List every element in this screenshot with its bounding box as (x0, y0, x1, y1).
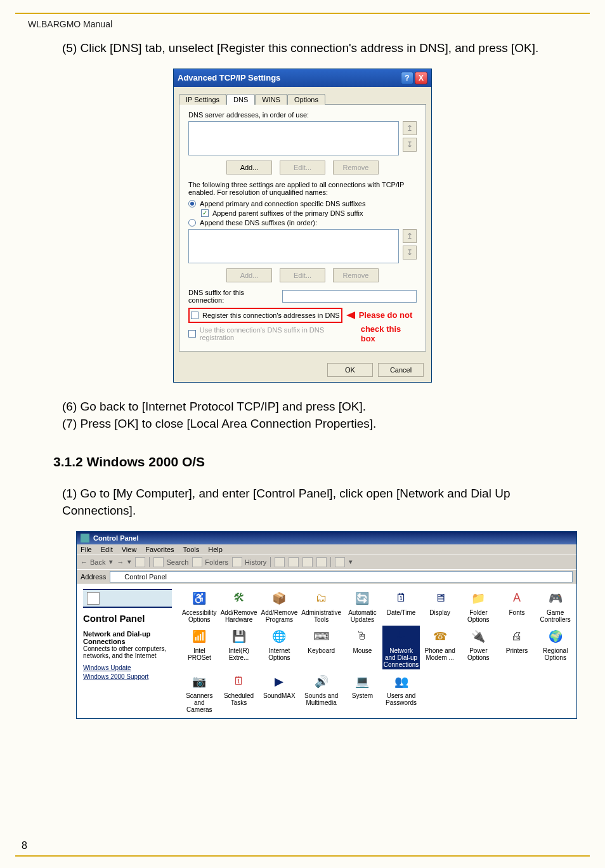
link-windows-update[interactable]: Windows Update (83, 664, 172, 671)
cp-item[interactable]: AFonts (498, 588, 536, 617)
remove-button[interactable]: Remove (333, 161, 379, 174)
cp-item-icon: ♿ (190, 589, 209, 608)
three-settings-label: The following three settings are applied… (188, 181, 417, 196)
cp-item-icon: 🔌 (469, 627, 488, 646)
cp-item[interactable]: ♿Accessibility Options (181, 588, 218, 624)
copyto-icon[interactable] (289, 557, 299, 567)
dns-suffixes-listbox[interactable] (188, 229, 399, 263)
cp-item[interactable]: 🗓Date/Time (382, 588, 420, 617)
cp-item-icon: A (507, 589, 526, 608)
menu-help[interactable]: Help (208, 546, 223, 553)
control-panel-icon (81, 534, 89, 542)
tab-dns[interactable]: DNS (226, 94, 255, 105)
move-down-icon[interactable]: ↧ (403, 138, 417, 152)
history-button[interactable]: History (232, 557, 266, 567)
menu-view[interactable]: View (122, 546, 137, 553)
cp-item[interactable]: 🎮Game Controllers (537, 588, 574, 624)
cp-item[interactable]: 🗓Scheduled Tasks (219, 671, 259, 707)
cp-item[interactable]: 💻System (344, 671, 381, 700)
check-register-dns[interactable]: Register this connection's addresses in … (191, 312, 340, 319)
menu-tools[interactable]: Tools (183, 546, 200, 553)
step-6: (6) Go back to [Internet Protocol TCP/IP… (62, 398, 567, 416)
cp-item-icon: 📶 (190, 627, 209, 646)
move-up-icon[interactable]: ↥ (403, 229, 417, 243)
cp-item-label: Add/Remove Hardware (221, 609, 257, 623)
moveto-icon[interactable] (275, 557, 285, 567)
search-button[interactable]: Search (153, 557, 188, 567)
up-icon[interactable] (135, 557, 145, 567)
delete-icon[interactable] (302, 557, 313, 567)
check-append-parent[interactable]: Append parent suffixes of the primary DN… (201, 209, 417, 217)
cp-item-label: Scanners and Cameras (182, 692, 217, 713)
cp-item[interactable]: 🖧Network and Dial-up Connections (382, 626, 420, 669)
cp-addressbar: Address Control Panel (77, 569, 576, 584)
tab-options[interactable]: Options (287, 94, 325, 105)
cp-item[interactable]: ☎Phone and Modem ... (421, 626, 459, 662)
edit-button[interactable]: Edit... (280, 161, 325, 174)
back-button[interactable]: ← Back (81, 558, 105, 566)
views-icon[interactable] (335, 557, 345, 567)
cp-item-label: Add/Remove Programs (261, 609, 297, 623)
address-field[interactable]: Control Panel (110, 571, 573, 582)
radio-append-these-label: Append these DNS suffixes (in order): (200, 219, 317, 227)
radio-append-these[interactable]: Append these DNS suffixes (in order): (188, 219, 417, 227)
history-icon (232, 557, 242, 567)
edit-button-2[interactable]: Edit... (280, 268, 325, 282)
close-icon[interactable]: X (415, 72, 427, 84)
cp-item-icon: 🔄 (353, 589, 372, 608)
cp-item[interactable]: 📦Add/Remove Programs (259, 588, 299, 624)
cp-item[interactable]: 📷Scanners and Cameras (181, 671, 218, 714)
cp-item[interactable]: 🖱Mouse (344, 626, 381, 655)
add-button-2[interactable]: Add... (226, 268, 272, 282)
step-1: (1) Go to [My Computer], and enter [Cont… (62, 485, 567, 520)
cp-item[interactable]: 💾Intel(R) Extre... (219, 626, 259, 662)
cp-item-label: Scheduled Tasks (221, 692, 257, 706)
cp-item[interactable]: 🔄Automatic Updates (344, 588, 381, 624)
cp-item[interactable]: 🔊Sounds and Multimedia (300, 671, 342, 707)
cp-item[interactable]: 🖨Printers (498, 626, 536, 655)
address-value: Control Panel (124, 573, 167, 581)
help-icon[interactable]: ? (401, 72, 413, 84)
remove-button-2[interactable]: Remove (333, 268, 379, 282)
dns-servers-listbox[interactable] (188, 121, 399, 155)
cp-item-icon: 📷 (190, 672, 209, 691)
cp-item[interactable]: 🗂Administrative Tools (300, 588, 342, 624)
cp-item-label: Folder Options (461, 609, 496, 623)
cancel-button[interactable]: Cancel (378, 363, 424, 377)
menu-edit[interactable]: Edit (101, 546, 113, 553)
ok-button[interactable]: OK (327, 363, 373, 377)
cp-item[interactable]: 🌐Internet Options (259, 626, 299, 662)
back-label: Back (90, 558, 105, 566)
check-use-suffix[interactable]: Use this connection's DNS suffix in DNS … (188, 326, 357, 341)
cp-item-icon: 🔊 (312, 672, 331, 691)
dns-suffix-input[interactable] (282, 290, 417, 303)
menu-file[interactable]: File (81, 546, 92, 553)
cp-item[interactable]: 👥Users and Passwords (382, 671, 420, 707)
folders-icon (192, 557, 202, 567)
cp-item[interactable]: 📁Folder Options (460, 588, 497, 624)
cp-item[interactable]: ▶SoundMAX (259, 671, 299, 700)
cp-item-label: Game Controllers (538, 609, 573, 623)
callout-text-2: check this box (361, 324, 417, 343)
cp-menubar: File Edit View Favorites Tools Help (77, 544, 576, 555)
menu-favorites[interactable]: Favorites (145, 546, 174, 553)
tab-ip-settings[interactable]: IP Settings (179, 94, 226, 105)
tab-wins[interactable]: WINS (255, 94, 287, 105)
add-button[interactable]: Add... (226, 161, 272, 174)
move-up-icon[interactable]: ↥ (403, 121, 417, 135)
cp-item[interactable]: 📶Intel PROSet (181, 626, 218, 662)
undo-icon[interactable] (316, 557, 327, 567)
cp-item-label: Date/Time (387, 609, 416, 616)
register-checkbox-highlight: Register this connection's addresses in … (188, 308, 342, 323)
cp-item[interactable]: 🖥Display (421, 588, 459, 617)
cp-item-icon: 💾 (230, 627, 249, 646)
cp-item[interactable]: ⌨Keyboard (300, 626, 342, 655)
left-arrow-icon (346, 312, 355, 319)
folders-button[interactable]: Folders (192, 557, 228, 567)
radio-append-primary[interactable]: Append primary and connection specific D… (188, 200, 417, 207)
cp-item[interactable]: 🛠Add/Remove Hardware (219, 588, 259, 624)
cp-item[interactable]: 🌍Regional Options (537, 626, 574, 662)
cp-item[interactable]: 🔌Power Options (460, 626, 497, 662)
link-windows-2000-support[interactable]: Windows 2000 Support (83, 673, 172, 680)
move-down-icon[interactable]: ↧ (403, 246, 417, 260)
